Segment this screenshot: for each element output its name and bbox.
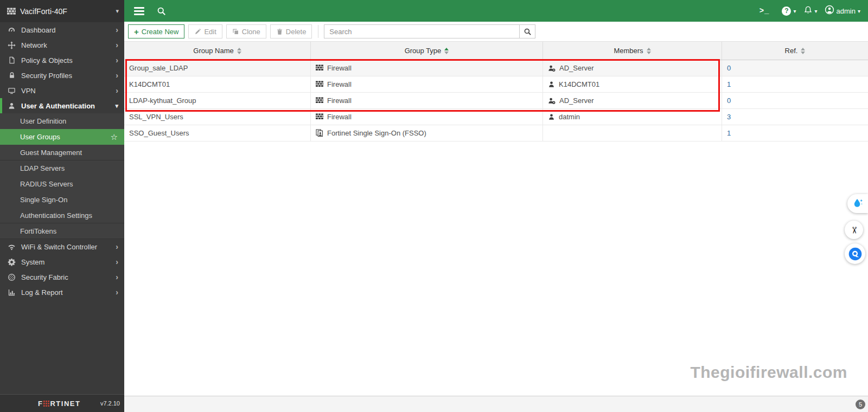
plus-icon: + [134, 27, 139, 36]
sidebar-item-vpn[interactable]: VPN › [0, 83, 124, 98]
chevron-right-icon: › [116, 26, 118, 34]
firewall-icon [316, 113, 323, 120]
fabric-icon [7, 273, 16, 282]
sidebar-item-guest-management[interactable]: Guest Management [0, 145, 124, 160]
sidebar-item-user-definition[interactable]: User Definition [0, 113, 124, 129]
cell-ref: 3 [722, 109, 868, 125]
extension-scissors-button[interactable]: ✂ [845, 221, 863, 239]
sidebar-item-log-report[interactable]: Log & Report › [0, 285, 124, 300]
sidebar-item-label: User Definition [20, 117, 66, 125]
table-row[interactable]: LDAP-kythuat_Group Firewall AD_Server 0 [124, 93, 868, 109]
column-header-members[interactable]: Members [542, 42, 722, 60]
cli-console-icon[interactable]: >_ [760, 7, 770, 15]
edit-button[interactable]: Edit [188, 24, 222, 38]
firmware-version: v7.2.10 [100, 400, 120, 407]
logo-text: RTINET [50, 400, 80, 408]
sidebar-item-single-sign-on[interactable]: Single Sign-On [0, 192, 124, 208]
ref-link[interactable]: 0 [727, 96, 731, 105]
sidebar-item-network[interactable]: Network › [0, 37, 124, 53]
table-row[interactable]: SSL_VPN_Users Firewall datmin 3 [124, 109, 868, 125]
app-root: VacifForti-40F ▾ Dashboard › Network › P… [0, 0, 868, 412]
sort-icon [647, 48, 651, 54]
cell-group-name: SSO_Guest_Users [124, 125, 310, 141]
column-header-ref[interactable]: Ref. [722, 42, 868, 60]
table-header-row: Group Name Group Type Members Ref. [124, 41, 868, 60]
button-label: Delete [286, 28, 307, 36]
column-header-group-type[interactable]: Group Type [310, 42, 542, 60]
user-authentication-submenu: User Definition User Groups ☆ Guest Mana… [0, 113, 124, 239]
chevron-right-icon: › [116, 288, 118, 296]
sidebar-item-wifi-switch-controller[interactable]: WiFi & Switch Controller › [0, 239, 124, 254]
sidebar-item-system[interactable]: System › [0, 254, 124, 269]
fortigate-device-icon [7, 8, 16, 15]
extension-chat-button[interactable] [845, 243, 865, 264]
clone-button[interactable]: Clone [226, 24, 266, 38]
user-icon [548, 113, 555, 120]
column-header-group-name[interactable]: Group Name [124, 42, 310, 60]
user-icon [7, 101, 16, 111]
gauge-icon [7, 25, 16, 35]
logo-text: F [38, 400, 43, 408]
device-selector[interactable]: VacifForti-40F ▾ [0, 0, 124, 22]
column-label: Members [614, 47, 643, 55]
sidebar-item-label: FortiTokens [20, 227, 56, 235]
document-icon [7, 56, 16, 65]
sidebar-item-dashboard[interactable]: Dashboard › [0, 22, 124, 37]
table-row[interactable]: SSO_Guest_Users Fortinet Single Sign-On … [124, 125, 868, 141]
cell-group-type: Firewall [310, 60, 542, 76]
firewall-icon [316, 81, 323, 88]
chevron-down-icon: ▾ [793, 8, 796, 14]
sidebar-item-label: Guest Management [20, 149, 82, 157]
firewall-icon [316, 97, 323, 104]
cell-group-type: Firewall [310, 76, 542, 92]
table-row[interactable]: K14DCMT01 Firewall K14DCMT01 1 [124, 76, 868, 93]
create-new-button[interactable]: + Create New [128, 24, 184, 38]
sidebar-item-label: Network [21, 41, 47, 49]
sidebar: VacifForti-40F ▾ Dashboard › Network › P… [0, 0, 124, 412]
sidebar-item-policy-objects[interactable]: Policy & Objects › [0, 53, 124, 68]
admin-username: admin [837, 7, 856, 15]
sidebar-item-security-profiles[interactable]: Security Profiles › [0, 68, 124, 83]
sidebar-item-security-fabric[interactable]: Security Fabric › [0, 269, 124, 285]
monitor-icon [7, 86, 16, 95]
sidebar-item-label: Dashboard [21, 26, 56, 34]
gear-icon [7, 258, 16, 267]
sidebar-item-fortitokens[interactable]: FortiTokens [0, 223, 124, 239]
lock-icon [7, 71, 16, 80]
ref-link[interactable]: 3 [727, 113, 731, 121]
search-input[interactable] [324, 24, 519, 38]
sidebar-item-user-authentication[interactable]: User & Authentication ▾ [0, 98, 124, 113]
column-label: Ref. [785, 47, 798, 55]
global-search-icon[interactable] [157, 7, 166, 16]
sidebar-spacer [0, 300, 124, 394]
cell-ref: 0 [722, 60, 868, 76]
cell-group-name: SSL_VPN_Users [124, 109, 310, 125]
chart-icon [7, 288, 16, 297]
record-count-badge[interactable]: 5 [856, 400, 865, 409]
sidebar-item-authentication-settings[interactable]: Authentication Settings [0, 208, 124, 223]
watermark-text: Thegioifirewall.com [690, 363, 847, 382]
notifications-menu[interactable]: ▾ [803, 5, 818, 17]
sidebar-item-label: System [21, 258, 44, 266]
admin-menu[interactable]: admin ▾ [825, 5, 860, 17]
search-button[interactable] [519, 24, 535, 38]
help-menu[interactable]: ? ▾ [782, 7, 796, 16]
table-search [324, 24, 535, 38]
sidebar-item-radius-servers[interactable]: RADIUS Servers [0, 176, 124, 192]
button-label: Create New [142, 28, 179, 36]
delete-button[interactable]: Delete [270, 24, 312, 38]
cell-members: AD_Server [542, 60, 722, 76]
ref-link[interactable]: 1 [727, 80, 731, 88]
user-avatar-icon [825, 5, 834, 17]
table-row[interactable]: Group_sale_LDAP Firewall AD_Server 0 [124, 60, 868, 76]
sidebar-item-user-groups[interactable]: User Groups ☆ [0, 129, 124, 145]
hamburger-menu-icon[interactable] [134, 7, 144, 15]
sidebar-item-label: VPN [21, 87, 36, 95]
sidebar-item-label: Security Profiles [21, 72, 72, 80]
ref-link[interactable]: 1 [727, 129, 731, 137]
favorite-star-icon[interactable]: ☆ [111, 133, 118, 141]
sidebar-item-ldap-servers[interactable]: LDAP Servers [0, 160, 124, 176]
ref-link[interactable]: 0 [727, 64, 731, 72]
move-icon [7, 41, 16, 50]
extension-droplet-button[interactable] [847, 194, 868, 213]
